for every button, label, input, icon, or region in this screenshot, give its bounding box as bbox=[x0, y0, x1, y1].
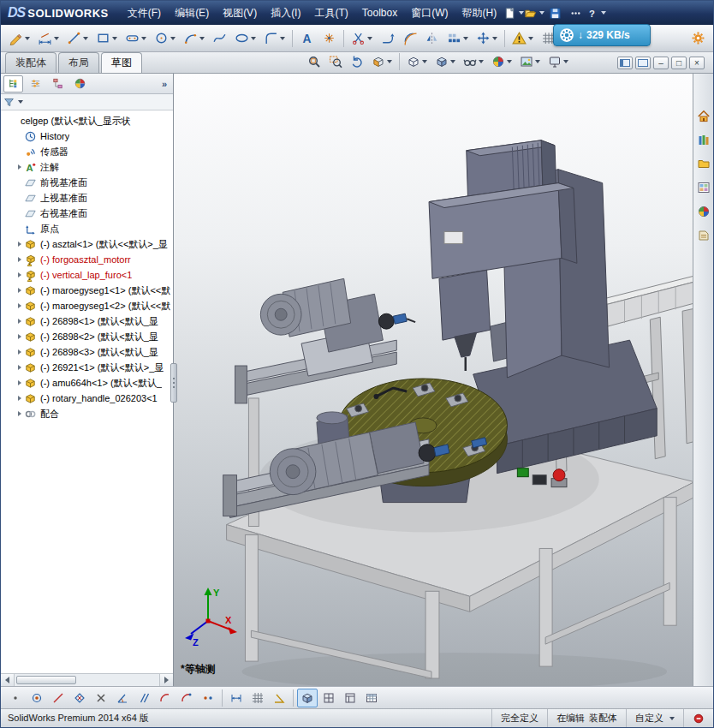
design-table-button[interactable] bbox=[361, 689, 382, 707]
mirror-entities-button[interactable] bbox=[421, 27, 443, 50]
view-settings-button[interactable] bbox=[544, 53, 572, 70]
menu-tools[interactable]: 工具(T) bbox=[307, 3, 354, 24]
expander-icon[interactable] bbox=[15, 164, 24, 170]
close-button[interactable]: × bbox=[689, 57, 705, 69]
fix-relation-button[interactable] bbox=[91, 689, 111, 707]
tangent-relation-button[interactable] bbox=[155, 689, 176, 707]
tree-item-component[interactable]: (-) vertical_lap_furo<1 bbox=[1, 267, 173, 283]
panel-overflow-button[interactable]: » bbox=[162, 79, 170, 89]
menu-view[interactable]: 视图(V) bbox=[216, 3, 264, 24]
filter-input[interactable] bbox=[25, 96, 170, 108]
move-entities-button[interactable] bbox=[473, 27, 501, 50]
point-tool-button[interactable] bbox=[318, 27, 340, 50]
expander-icon[interactable] bbox=[15, 334, 24, 339]
minimize-button[interactable]: – bbox=[653, 57, 669, 69]
custom-status[interactable]: 自定义 bbox=[626, 709, 683, 727]
arc-tool-button[interactable] bbox=[180, 27, 208, 50]
trim-entities-button[interactable] bbox=[348, 27, 376, 50]
tree-item-annotations[interactable]: 注解 bbox=[1, 159, 173, 175]
tree-item-component[interactable]: (-) forgoasztal_motorr bbox=[1, 252, 173, 267]
expander-icon[interactable] bbox=[15, 242, 24, 247]
open-button[interactable] bbox=[524, 3, 544, 22]
sketch-tool-button[interactable] bbox=[5, 27, 33, 50]
filter-caret-icon[interactable] bbox=[18, 100, 23, 104]
slot-tool-button[interactable] bbox=[122, 27, 150, 50]
tree-item-mates[interactable]: 配合 bbox=[1, 406, 173, 421]
menu-file[interactable]: 文件(F) bbox=[121, 3, 168, 24]
text-tool-button[interactable] bbox=[296, 27, 318, 50]
panel-horizontal-scrollbar[interactable] bbox=[1, 673, 173, 686]
panel-splitter[interactable] bbox=[170, 363, 177, 403]
tree-item-component[interactable]: (-) 26921<1> (默认<默认>_显 bbox=[1, 360, 173, 375]
tree-item-component[interactable]: (-) asztal<1> (默认<<默认>_显 bbox=[1, 236, 173, 252]
tree-item-sensors[interactable]: 传感器 bbox=[1, 144, 173, 159]
smart-dimension-button[interactable] bbox=[34, 27, 62, 50]
scrollbar-thumb[interactable] bbox=[16, 676, 76, 684]
spline-tool-button[interactable] bbox=[209, 27, 230, 50]
display-relations-button[interactable] bbox=[509, 27, 537, 50]
tree-item-component[interactable]: (-) 26898<3> (默认<默认_显 bbox=[1, 344, 173, 360]
tree-item-history[interactable]: History bbox=[1, 128, 173, 144]
ellipse-tool-button[interactable] bbox=[231, 27, 259, 50]
expander-icon[interactable] bbox=[15, 288, 24, 293]
menu-toolbox[interactable]: Toolbox bbox=[355, 3, 404, 22]
expander-icon[interactable] bbox=[15, 349, 24, 355]
concentric-relation-button[interactable] bbox=[27, 689, 47, 707]
linear-pattern-button[interactable] bbox=[443, 27, 472, 50]
parallel-relation-button[interactable] bbox=[134, 689, 154, 707]
tree-item-origin[interactable]: 原点 bbox=[1, 221, 173, 236]
view-orientation-button[interactable] bbox=[403, 53, 431, 70]
download-speed-badge[interactable]: ↓ 329 KB/s bbox=[553, 24, 651, 46]
scroll-left-button[interactable] bbox=[1, 674, 15, 686]
coincident-relation-button[interactable] bbox=[198, 689, 218, 707]
tree-item-component[interactable]: (-) maroegyseg1<1> (默认<<默 bbox=[1, 283, 173, 298]
collapse-panel-button[interactable] bbox=[617, 57, 633, 69]
quick-tip-button[interactable] bbox=[683, 709, 713, 727]
new-document-button[interactable] bbox=[503, 3, 524, 22]
display-style-button[interactable] bbox=[431, 53, 459, 70]
sketch-settings-button[interactable] bbox=[687, 27, 709, 50]
menu-insert[interactable]: 插入(I) bbox=[264, 3, 307, 24]
feature-manager-tab[interactable] bbox=[3, 75, 23, 92]
grid-system-button[interactable] bbox=[318, 689, 339, 707]
property-manager-tab[interactable] bbox=[26, 75, 45, 92]
apply-scene-button[interactable] bbox=[516, 53, 544, 70]
more-commands-button[interactable] bbox=[565, 3, 586, 22]
offset-entities-button[interactable] bbox=[399, 27, 420, 50]
fillet-tool-button[interactable] bbox=[260, 27, 289, 50]
display-manager-tab[interactable] bbox=[70, 75, 90, 92]
save-button[interactable] bbox=[544, 3, 565, 22]
tree-item-top-plane[interactable]: 上视基准面 bbox=[1, 190, 173, 206]
select-point-button[interactable] bbox=[5, 689, 26, 707]
tree-item-component[interactable]: (-) amu664h<1> (默认<默认_ bbox=[1, 375, 173, 391]
rectangle-tool-button[interactable] bbox=[92, 27, 121, 50]
restore-button[interactable]: □ bbox=[671, 57, 687, 69]
section-tool-button[interactable] bbox=[297, 689, 318, 707]
menu-edit[interactable]: 编辑(E) bbox=[168, 3, 216, 24]
custom-properties-button[interactable] bbox=[694, 226, 712, 244]
convert-entities-button[interactable] bbox=[377, 27, 398, 50]
zoom-area-button[interactable] bbox=[325, 53, 346, 70]
tree-item-component[interactable]: (-) 26898<1> (默认<默认_显 bbox=[1, 313, 173, 329]
expander-icon[interactable] bbox=[15, 380, 24, 385]
angle-snap-button[interactable] bbox=[269, 689, 289, 707]
expander-icon[interactable] bbox=[15, 365, 24, 370]
split-view-button[interactable] bbox=[340, 689, 360, 707]
tree-item-component[interactable]: (-) maroegyseg1<2> (默认<<默 bbox=[1, 298, 173, 313]
circle-tool-button[interactable] bbox=[151, 27, 179, 50]
scroll-right-button[interactable] bbox=[159, 674, 173, 686]
solidworks-resources-button[interactable] bbox=[694, 106, 712, 124]
expander-icon[interactable] bbox=[15, 411, 24, 416]
edit-appearance-button[interactable] bbox=[488, 53, 515, 70]
scrollbar-track[interactable] bbox=[15, 674, 159, 686]
tree-root[interactable]: celgep (默认<默认_显示状 bbox=[1, 113, 173, 128]
expander-icon[interactable] bbox=[15, 303, 24, 308]
tab-layout[interactable]: 布局 bbox=[58, 52, 99, 73]
zoom-fit-button[interactable] bbox=[304, 53, 324, 70]
pane-layout-button[interactable] bbox=[635, 57, 651, 69]
view-palette-button[interactable] bbox=[694, 178, 712, 196]
menu-window[interactable]: 窗口(W) bbox=[404, 3, 455, 24]
expander-icon[interactable] bbox=[15, 319, 24, 324]
tree-item-right-plane[interactable]: 右视基准面 bbox=[1, 206, 173, 221]
linear-dimension-button[interactable] bbox=[226, 689, 247, 707]
